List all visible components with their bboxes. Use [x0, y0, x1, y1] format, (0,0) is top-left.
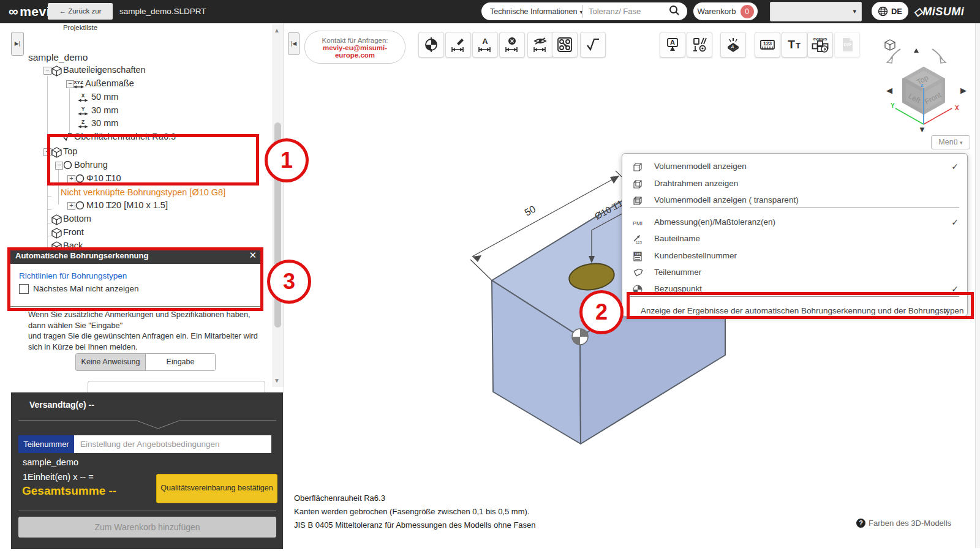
- scroll-down-icon[interactable]: ▼: [274, 377, 280, 384]
- tree-item[interactable]: M10 Ɪ20 [M10 x 1.5]: [86, 200, 168, 211]
- tree-item[interactable]: Φ10 Ɪ10: [86, 173, 121, 184]
- text-dimension-button[interactable]: A: [472, 32, 498, 58]
- expand-expander-icon[interactable]: +: [67, 175, 75, 183]
- rotate-left-icon[interactable]: [887, 49, 900, 63]
- menu-item[interactable]: Teilenummer: [622, 264, 967, 281]
- rotate-up-icon[interactable]: [914, 48, 919, 53]
- instruction-line: dann wählen Sie "Eingabe": [28, 320, 258, 331]
- menu-item[interactable]: 123Bauteilname: [622, 231, 967, 247]
- datum-target-button[interactable]: [418, 32, 444, 58]
- menu-item[interactable]: 123Kundenbestellnummer: [622, 248, 967, 264]
- tree-item[interactable]: Bohrung: [74, 160, 108, 170]
- tech-info-select[interactable]: Technische Informationen▾: [481, 7, 582, 16]
- tree-item[interactable]: Bauteileigenschaften: [63, 65, 146, 75]
- collapse-expander-icon[interactable]: −: [43, 67, 51, 75]
- svg-text:123: 123: [636, 241, 643, 244]
- cube-icon: [51, 66, 62, 79]
- panel-expand-button[interactable]: ▶|: [11, 32, 24, 56]
- xyz-icon: XYZ: [73, 79, 85, 92]
- svg-text:123: 123: [635, 252, 640, 256]
- svg-text:A: A: [482, 37, 488, 46]
- note-line: Oberflächenrauheit Ra6.3: [294, 492, 536, 505]
- quote-conditions-input[interactable]: Einstellung der Angebotsbedingungen: [74, 435, 271, 453]
- close-icon[interactable]: ✕: [249, 250, 257, 261]
- model-colors-link[interactable]: ? Farben des 3D-Modells: [856, 519, 951, 528]
- no-instruction-button[interactable]: Keine Anweisung: [76, 354, 146, 370]
- contact-email[interactable]: meviy-eu@misumi-europe.com: [305, 44, 405, 59]
- hole-type-guidelines-link[interactable]: Richtlinien für Bohrungstypen: [19, 271, 127, 280]
- back-to-projects-button[interactable]: ← Zurück zur Projektliste: [48, 3, 113, 20]
- menu-item[interactable]: PMIAbmessung(en)/Maßtoleranz(en)✓: [622, 214, 967, 231]
- panel-notch: [11, 416, 283, 429]
- wire-cube-icon: [631, 178, 644, 190]
- tree-connector: [58, 167, 59, 204]
- rotate-right-icon[interactable]: [932, 49, 946, 63]
- geometric-tolerance-button[interactable]: [687, 32, 712, 58]
- language-button[interactable]: DE: [872, 2, 908, 20]
- menu-item[interactable]: Volumenmodell anzeigen ( transparent): [622, 192, 967, 209]
- tree-connector: [47, 196, 51, 197]
- tree-item[interactable]: Nicht verknüpfte Bohrungstypen [Ø10 G8]: [61, 187, 225, 197]
- tree-item[interactable]: Außenmaße: [85, 78, 134, 88]
- edit-dimension-button[interactable]: [445, 32, 471, 58]
- cart-button[interactable]: Warenkorb 0: [693, 2, 758, 20]
- menu-item-label: Volumenmodell anzeigen ( transparent): [654, 195, 799, 204]
- hole-icon: [75, 201, 85, 212]
- hole-group-button[interactable]: [552, 32, 578, 58]
- collapsed-tab[interactable]: [277, 268, 294, 288]
- menu-item-label: Anzeige der Ergebnisse der automatischen…: [641, 306, 964, 315]
- input-button[interactable]: Eingabe: [146, 354, 215, 370]
- part-number-tab[interactable]: Teilenummer: [18, 435, 74, 453]
- viewer-menu-button[interactable]: Menü ▾: [931, 135, 970, 149]
- scroll-up-icon[interactable]: ▲: [274, 27, 280, 34]
- check-icon: ✓: [943, 306, 950, 316]
- dont-show-again-checkbox[interactable]: [19, 284, 29, 294]
- note-line: JIS B 0405 Mitteltoleranz für Abmessunge…: [294, 519, 536, 532]
- quality-agreement-button[interactable]: Qualitätsvereinbarung bestätigen: [156, 474, 277, 503]
- tree-item[interactable]: 30 mm: [91, 118, 118, 128]
- tree-connector: [47, 236, 51, 236]
- svg-text:DXF: DXF: [844, 42, 852, 47]
- dimension-values-button[interactable]: 123: [755, 32, 780, 58]
- svg-text:Y: Y: [81, 106, 85, 112]
- text-size-button[interactable]: TT: [782, 32, 807, 58]
- tree-item[interactable]: Bottom: [63, 214, 91, 223]
- back-arrow-icon: ←: [59, 7, 66, 15]
- order-number-icon: 123: [631, 250, 644, 262]
- tree-item[interactable]: 50 mm: [91, 92, 118, 102]
- collapse-expander-icon[interactable]: −: [43, 148, 51, 156]
- add-to-cart-button[interactable]: Zum Warenkorb hinzufügen: [18, 517, 276, 538]
- scrollbar-thumb[interactable]: [274, 122, 281, 328]
- collapse-expander-icon[interactable]: −: [55, 162, 63, 170]
- tree-item[interactable]: 30 mm: [91, 105, 118, 115]
- project-select[interactable]: ▾: [770, 2, 862, 21]
- six-views-button[interactable]: 6VIEWS: [807, 32, 833, 58]
- tree-collapse-button[interactable]: |◀: [288, 32, 300, 55]
- instruction-choice-group: Keine Anweisung Eingabe: [75, 353, 216, 371]
- delete-dimension-button[interactable]: [499, 32, 525, 58]
- menu-item[interactable]: Anzeige der Ergebnisse der automatischen…: [622, 303, 967, 320]
- tree-item[interactable]: Top: [63, 146, 77, 156]
- datum-label-button[interactable]: A: [660, 32, 685, 58]
- popup-title: Automatische Bohrungserkennung: [9, 248, 262, 264]
- menu-item[interactable]: Bezugspunkt✓: [622, 281, 967, 298]
- tree-item[interactable]: Oberflächenrauheit Ra6.3: [74, 132, 176, 141]
- hide-dimension-button[interactable]: [527, 32, 553, 58]
- tree-item[interactable]: sample_demo: [28, 52, 88, 63]
- menu-item[interactable]: Drahtrahmen anzeigen: [622, 176, 967, 192]
- tree-item[interactable]: Front: [63, 227, 84, 237]
- surface-roughness-button[interactable]: [580, 32, 606, 58]
- engraving-button[interactable]: A: [720, 32, 746, 58]
- view-cube[interactable]: Top Left Front Y X z: [882, 36, 974, 133]
- menu-item[interactable]: Volumenmodell anzeigen✓: [622, 159, 967, 175]
- expand-expander-icon[interactable]: +: [67, 202, 75, 210]
- svg-text:123: 123: [763, 40, 772, 47]
- cube-icon[interactable]: [885, 40, 895, 50]
- search-icon[interactable]: [669, 5, 687, 18]
- menu-item-label: Abmessung(en)/Maßtoleranz(en): [654, 217, 775, 227]
- search-input[interactable]: Toleranz/ Fase: [582, 7, 669, 16]
- svg-text:XYZ: XYZ: [74, 80, 83, 85]
- instruction-text: Wenn Sie zusätzliche Anmerkungen und Spe…: [28, 309, 258, 352]
- datum-symbol[interactable]: [572, 329, 588, 345]
- width-dimension-label[interactable]: 50: [522, 203, 537, 218]
